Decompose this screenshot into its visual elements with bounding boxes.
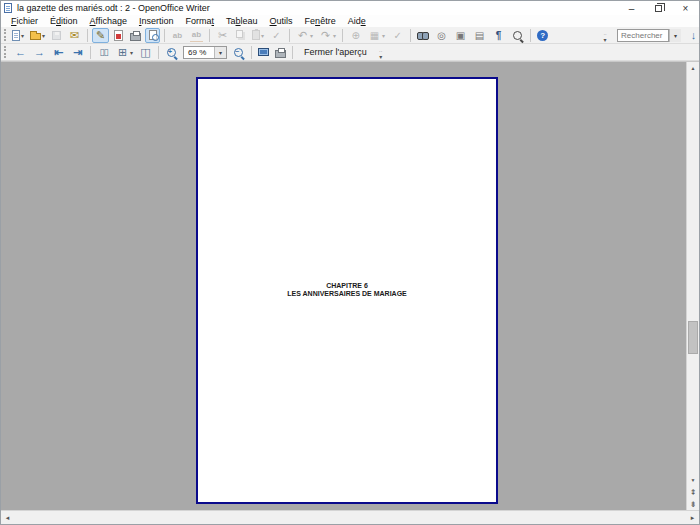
- two-pages-icon: ▯▯: [97, 46, 110, 59]
- writer-app-icon: [4, 3, 12, 13]
- page-heading: CHAPITRE 6 LES ANNIVERSAIRES DE MARIAGE: [198, 282, 496, 297]
- last-page-button[interactable]: ⇥: [69, 45, 86, 60]
- cut-button: ✂: [214, 28, 231, 43]
- dropdown-caret-icon[interactable]: ▾: [310, 32, 313, 39]
- toolbar-separator: [87, 29, 88, 42]
- restore-icon: [655, 5, 662, 12]
- help-button[interactable]: ?: [535, 28, 550, 43]
- menu-item-format[interactable]: Format: [179, 16, 220, 26]
- preview-toolbar-buttons: ←→⇤⇥▯▯⊞▾◫+69 %▾−Fermer l'aperçu▾: [11, 45, 387, 60]
- paint-icon: ✓: [270, 29, 283, 42]
- zoom-mag-icon: [511, 29, 524, 42]
- menu-item-edition[interactable]: Édition: [44, 16, 84, 26]
- toolbar-grip[interactable]: [4, 29, 6, 41]
- navigator-button[interactable]: ◎: [433, 28, 450, 43]
- toolbar-separator: [289, 29, 290, 42]
- multiple-pages-preview-button[interactable]: ⊞▾: [114, 45, 135, 60]
- next-page-button[interactable]: →: [31, 45, 48, 60]
- auto-spellcheck-button: ab: [188, 28, 205, 43]
- dropdown-caret-icon[interactable]: ▾: [214, 47, 226, 58]
- standard-toolbar-options-button[interactable]: ▾: [600, 28, 610, 43]
- dropdown-caret-icon[interactable]: ▾: [261, 32, 264, 39]
- copy-icon: [236, 30, 243, 38]
- print-preview-button[interactable]: [145, 28, 160, 43]
- dropdown-caret-icon[interactable]: ▾: [21, 32, 24, 39]
- page-preview-toolbar: ←→⇤⇥▯▯⊞▾◫+69 %▾−Fermer l'aperçu▾: [1, 44, 699, 61]
- scroll-down-button[interactable]: ▼: [687, 474, 699, 486]
- dropdown-caret-icon[interactable]: ▾: [42, 32, 45, 39]
- find-toolbar-buttons: ↓↑▾: [684, 28, 700, 43]
- paste-icon: [252, 30, 260, 40]
- insert-table-button: ▦▾: [366, 28, 387, 43]
- dropdown-caret-icon[interactable]: ▾: [333, 32, 336, 39]
- window-controls: – ×: [618, 1, 699, 15]
- menu-item-fichier[interactable]: Fichier: [5, 16, 44, 26]
- edit-file-button[interactable]: ✎: [92, 28, 109, 43]
- toolbar-separator: [292, 46, 293, 59]
- full-screen-button[interactable]: [256, 45, 271, 60]
- open-document-button[interactable]: ▾: [28, 28, 47, 43]
- arrow-next-icon: ↓: [687, 29, 700, 42]
- vertical-scrollbar[interactable]: ▲ ▼ ⇞ ⇟: [686, 62, 699, 510]
- toolbar-separator: [410, 29, 411, 42]
- previous-page-button[interactable]: ←: [12, 45, 29, 60]
- previous-page-scroll-button[interactable]: ⇞: [687, 486, 699, 498]
- search-dropdown-caret-icon[interactable]: ▾: [669, 29, 681, 42]
- zoom-out-button[interactable]: −: [230, 45, 247, 60]
- menu-item-aide[interactable]: Aide: [342, 16, 372, 26]
- copy-button: [233, 28, 248, 43]
- toolbar-grip[interactable]: [4, 46, 8, 58]
- close-preview-button[interactable]: Fermer l'aperçu: [297, 45, 374, 60]
- document-page[interactable]: CHAPITRE 6 LES ANNIVERSAIRES DE MARIAGE: [196, 77, 498, 504]
- dropdown-caret-icon[interactable]: ▾: [382, 32, 385, 39]
- scroll-left-button[interactable]: ◂: [1, 511, 14, 524]
- formatting-marks-button[interactable]: ¶: [490, 28, 507, 43]
- window-title: la gazette des mariés.odt : 2 - OpenOffi…: [17, 3, 210, 13]
- gallery-icon: ▣: [454, 29, 467, 42]
- menu-item-fenetre[interactable]: Fenêtre: [299, 16, 342, 26]
- toolbar-separator: [90, 46, 91, 59]
- autospell-icon: ab: [190, 29, 203, 42]
- menu-item-outils[interactable]: Outils: [264, 16, 299, 26]
- preview-toolbar-options-button[interactable]: ▾: [376, 45, 386, 60]
- two-pages-preview-button[interactable]: ▯▯: [95, 45, 112, 60]
- cut-icon: ✂: [216, 29, 229, 42]
- scroll-up-button[interactable]: ▲: [687, 62, 699, 74]
- pilcrow-icon: ¶: [492, 29, 505, 42]
- zoom-button[interactable]: [509, 28, 526, 43]
- scroll-right-button[interactable]: ▸: [686, 511, 699, 524]
- data-sources-button[interactable]: ▤: [471, 28, 488, 43]
- dropdown-caret-icon[interactable]: ▾: [130, 49, 133, 56]
- toolbar-separator: [342, 29, 343, 42]
- menu-item-insertion[interactable]: Insertion: [133, 16, 180, 26]
- menu-item-tableau[interactable]: Tableau: [220, 16, 264, 26]
- book-preview-button[interactable]: ◫: [137, 45, 154, 60]
- hyperlink-button: ⊕: [347, 28, 364, 43]
- vertical-scroll-track[interactable]: [687, 74, 699, 474]
- search-input[interactable]: [617, 29, 669, 42]
- print-file-direct-button[interactable]: [128, 28, 143, 43]
- first-page-button[interactable]: ⇤: [50, 45, 67, 60]
- menu-item-affichage[interactable]: Affichage: [84, 16, 133, 26]
- standard-toolbar-buttons: ▾▾✉✎abab✂▾✓↶▾↷▾⊕▦▾✓◎▣▤¶?▾: [9, 28, 611, 43]
- print-icon: [130, 33, 141, 41]
- toolbar-separator: [209, 29, 210, 42]
- preview-workspace: CHAPITRE 6 LES ANNIVERSAIRES DE MARIAGE …: [1, 61, 699, 510]
- preview-zoom-level-combobox[interactable]: 69 %▾: [183, 46, 227, 59]
- undo-button: ↶▾: [294, 28, 315, 43]
- print-page-preview-button[interactable]: [273, 45, 288, 60]
- find-next-button[interactable]: ↓: [685, 28, 700, 43]
- next-page-scroll-button[interactable]: ⇟: [687, 498, 699, 510]
- email-document-button[interactable]: ✉: [66, 28, 83, 43]
- horizontal-scrollbar[interactable]: ◂ ▸: [1, 510, 699, 524]
- restore-button[interactable]: [645, 1, 672, 15]
- zoom-in-button[interactable]: +: [163, 45, 180, 60]
- minimize-button[interactable]: –: [618, 1, 645, 15]
- close-button[interactable]: ×: [672, 1, 699, 15]
- vertical-scroll-thumb[interactable]: [688, 321, 698, 354]
- gallery-button[interactable]: ▣: [452, 28, 469, 43]
- new-document-button[interactable]: ▾: [10, 28, 26, 43]
- export-pdf-button[interactable]: [111, 28, 126, 43]
- navigator-icon: ◎: [435, 29, 448, 42]
- find-replace-button[interactable]: [415, 28, 431, 43]
